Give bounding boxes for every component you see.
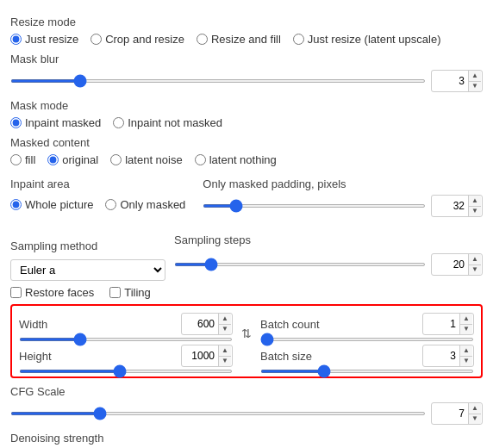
resize-mode-crop[interactable]: Crop and resize <box>90 33 184 46</box>
masked-content-original[interactable]: original <box>47 153 98 166</box>
denoising-section: Denoising strength ▲ ▼ <box>10 432 483 448</box>
mask-blur-slider[interactable] <box>10 79 426 83</box>
only-masked-input[interactable] <box>432 198 468 214</box>
cfg-scale-down[interactable]: ▼ <box>469 414 481 425</box>
only-masked-spinners: ▲ ▼ <box>468 196 481 216</box>
resize-mode-just-resize[interactable]: Just resize <box>10 33 78 46</box>
sampling-method-label: Sampling method <box>10 240 165 252</box>
resize-mode-fill[interactable]: Resize and fill <box>197 33 281 46</box>
width-slider[interactable] <box>19 338 233 341</box>
sampling-steps-input-box: ▲ ▼ <box>431 253 483 276</box>
inpaint-area-section: Inpaint area Whole picture Only masked O… <box>10 171 483 222</box>
mask-blur-down[interactable]: ▼ <box>469 82 481 92</box>
only-masked-input-box: ▲ ▼ <box>431 195 483 217</box>
mask-blur-spinners: ▲ ▼ <box>468 71 481 91</box>
height-label: Height <box>19 350 52 363</box>
batch-size-spinners: ▲ ▼ <box>459 345 472 366</box>
sampling-steps-up[interactable]: ▲ <box>469 254 481 265</box>
cfg-scale-input[interactable] <box>432 406 468 421</box>
mask-blur-input[interactable] <box>432 73 468 89</box>
inpaint-area-whole[interactable]: Whole picture <box>10 198 93 211</box>
height-up[interactable]: ▲ <box>219 345 231 357</box>
cfg-scale-up[interactable]: ▲ <box>469 403 481 414</box>
inpaint-padding-right: Only masked padding, pixels ▲ ▼ <box>203 171 483 222</box>
mask-blur-label: Mask blur <box>10 53 483 65</box>
mask-blur-slider-container <box>10 79 426 83</box>
batch-count-spinners: ▲ ▼ <box>459 314 472 334</box>
swap-arrows[interactable]: ⇅ <box>238 327 255 340</box>
sampling-steps-label: Sampling steps <box>174 233 483 246</box>
width-up[interactable]: ▲ <box>219 314 231 325</box>
width-col: Width ▲ ▼ <box>19 313 233 341</box>
batch-count-label: Batch count <box>260 318 320 331</box>
resize-mode-section: Resize mode Just resize Crop and resize … <box>10 16 483 46</box>
restore-faces-check[interactable]: Restore faces <box>10 286 94 299</box>
masked-content-latent-noise[interactable]: latent noise <box>110 153 183 166</box>
tiling-check[interactable]: Tiling <box>109 286 151 299</box>
sampling-steps-slider-container <box>174 263 426 266</box>
resize-mode-group: Just resize Crop and resize Resize and f… <box>10 33 483 46</box>
cfg-scale-label: CFG Scale <box>10 385 483 398</box>
denoising-label: Denoising strength <box>10 432 483 445</box>
width-label: Width <box>19 318 47 331</box>
mask-mode-inpaint-not-masked[interactable]: Inpaint not masked <box>113 116 222 129</box>
resize-mode-label: Resize mode <box>10 16 483 28</box>
only-masked-padding-label: Only masked padding, pixels <box>203 177 483 190</box>
masked-content-label: Masked content <box>10 136 483 149</box>
batch-size-up[interactable]: ▲ <box>460 345 472 357</box>
mask-blur-input-box: ▲ ▼ <box>431 70 483 92</box>
mask-blur-row: ▲ ▼ <box>10 70 483 92</box>
batch-count-up[interactable]: ▲ <box>460 314 472 325</box>
width-input[interactable] <box>182 316 218 332</box>
restore-tiling-row: Restore faces Tiling <box>10 286 483 299</box>
masked-content-group: fill original latent noise latent nothin… <box>10 153 483 166</box>
batch-count-slider[interactable] <box>260 338 474 341</box>
batch-size-label: Batch size <box>260 350 312 363</box>
only-masked-up[interactable]: ▲ <box>469 196 481 207</box>
cfg-scale-input-box: ▲ ▼ <box>431 402 483 425</box>
masked-content-section: Masked content fill original latent nois… <box>10 136 483 166</box>
inpaint-area-only-masked[interactable]: Only masked <box>105 198 185 211</box>
sampling-steps-spinners: ▲ ▼ <box>468 254 481 275</box>
sampling-method-col: Sampling method Euler a Euler LMS DPM++ … <box>10 233 165 281</box>
sampling-steps-input[interactable] <box>432 257 468 272</box>
height-col: Height ▲ ▼ <box>19 345 233 373</box>
cfg-scale-row: ▲ ▼ <box>10 402 483 425</box>
height-input[interactable] <box>182 348 218 364</box>
inpaint-area-group: Whole picture Only masked <box>10 198 185 211</box>
sampling-steps-col: Sampling steps ▲ ▼ <box>174 227 483 281</box>
mask-mode-group: Inpaint masked Inpaint not masked <box>10 116 483 129</box>
mask-blur-up[interactable]: ▲ <box>469 71 481 82</box>
inpaint-area-left: Inpaint area Whole picture Only masked <box>10 171 185 211</box>
cfg-scale-spinners: ▲ ▼ <box>468 403 481 424</box>
batch-size-slider[interactable] <box>260 370 474 373</box>
masked-content-fill[interactable]: fill <box>10 153 35 166</box>
batch-count-col: Batch count ▲ ▼ <box>260 313 474 341</box>
mask-mode-label: Mask mode <box>10 99 483 112</box>
resize-mode-latent[interactable]: Just resize (latent upscale) <box>293 33 441 46</box>
batch-size-col: Batch size ▲ ▼ <box>260 345 474 373</box>
height-slider[interactable] <box>19 370 233 373</box>
batch-size-input[interactable] <box>423 348 459 364</box>
only-masked-slider-container <box>203 204 426 208</box>
mask-blur-section: Mask blur ▲ ▼ <box>10 53 483 92</box>
height-batchsize-grid: Height ▲ ▼ Batch size ▲ ▼ <box>19 345 474 373</box>
mask-mode-inpaint-masked[interactable]: Inpaint masked <box>10 116 101 129</box>
inpaint-area-label: Inpaint area <box>10 177 185 190</box>
mask-mode-section: Mask mode Inpaint masked Inpaint not mas… <box>10 99 483 129</box>
only-masked-slider[interactable] <box>203 204 426 208</box>
width-spinners: ▲ ▼ <box>218 314 231 334</box>
height-spinners: ▲ ▼ <box>218 345 231 366</box>
sampling-steps-slider[interactable] <box>174 263 426 266</box>
wh-batch-section: Width ▲ ▼ ⇅ Batch count <box>10 304 483 378</box>
sampling-method-select[interactable]: Euler a Euler LMS DPM++ 2M DDIM <box>10 259 165 281</box>
only-masked-down[interactable]: ▼ <box>469 207 481 217</box>
sampling-steps-row: ▲ ▼ <box>174 253 483 276</box>
cfg-scale-section: CFG Scale ▲ ▼ <box>10 385 483 425</box>
wh-batch-grid: Width ▲ ▼ ⇅ Batch count <box>19 313 474 341</box>
batch-count-input[interactable] <box>423 316 459 332</box>
sampling-section: Sampling method Euler a Euler LMS DPM++ … <box>10 227 483 281</box>
masked-content-latent-nothing[interactable]: latent nothing <box>195 153 277 166</box>
sampling-steps-down[interactable]: ▼ <box>469 265 481 276</box>
cfg-scale-slider[interactable] <box>10 412 426 415</box>
